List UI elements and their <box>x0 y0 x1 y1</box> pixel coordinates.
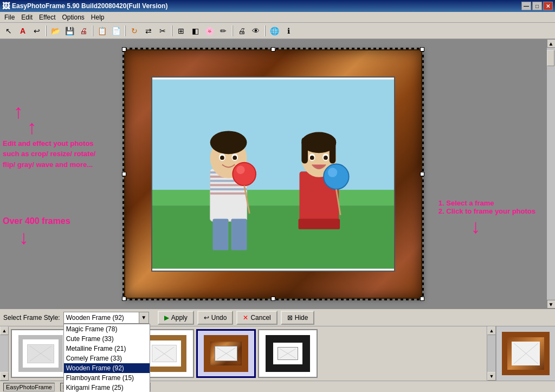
frame-style-input[interactable] <box>63 312 139 324</box>
tool-save[interactable]: 💾 <box>63 24 76 37</box>
thumb-scrollbar-h[interactable]: ▲ ▼ <box>487 326 495 381</box>
status-app-name: EasyPhotoFrame <box>3 383 55 391</box>
side-panel-thumb[interactable] <box>495 326 555 381</box>
thumb-scroll-down[interactable]: ▼ <box>0 372 9 381</box>
thumb-hscroll-track[interactable] <box>487 335 495 372</box>
thumb-hscroll-down[interactable]: ▼ <box>487 372 496 381</box>
tool-paste[interactable]: 📄 <box>109 24 122 37</box>
title-bar-controls: — □ ✕ <box>521 2 553 10</box>
thumb-svg-1 <box>30 346 51 361</box>
hide-label: Hide <box>295 314 308 322</box>
cancel-button[interactable]: ✕ Cancel <box>236 311 277 325</box>
tool-crop[interactable]: ✂ <box>156 24 169 37</box>
dropdown-item-cute[interactable]: Cute Frame (33) <box>64 334 150 344</box>
menu-help[interactable]: Help <box>88 12 108 22</box>
handle-bm[interactable] <box>271 297 275 301</box>
handle-mr[interactable] <box>420 172 424 176</box>
frame-style-combo: ▼ Magic Frame (78) Cute Frame (33) Metal… <box>63 312 149 324</box>
handle-tm[interactable] <box>271 47 275 52</box>
tool-undo[interactable]: ↩ <box>30 24 43 37</box>
scroll-up-button[interactable]: ▲ <box>547 39 556 48</box>
thumbnail-5[interactable] <box>258 329 318 378</box>
handle-bl[interactable] <box>122 297 126 301</box>
tool-text[interactable]: A <box>16 24 29 37</box>
action-buttons: ▶ Apply ↩ Undo ✕ Cancel ⊠ Hide <box>158 311 315 325</box>
canvas-area[interactable]: ↑ ↑ Edit and effect yout photos such as … <box>0 39 546 309</box>
thumb-scrollbar-v[interactable]: ▲ ▼ <box>0 326 9 381</box>
photo-svg <box>152 78 394 271</box>
tool-resize[interactable]: ⊞ <box>175 24 188 37</box>
tool-gray[interactable]: ◧ <box>189 24 202 37</box>
close-button[interactable]: ✕ <box>543 2 553 10</box>
thumb-img-4 <box>215 346 237 361</box>
tool-effect1[interactable]: 🌸 <box>203 24 216 37</box>
frames-annotation: Over 400 frames ↓ <box>3 216 70 249</box>
wooden-frame-outer <box>124 49 422 299</box>
svg-point-16 <box>220 156 224 160</box>
handle-br[interactable] <box>420 297 424 301</box>
menu-file[interactable]: File <box>1 12 18 22</box>
frame-selector-label: Select Frame Style: <box>3 314 60 322</box>
thumbnail-1[interactable] <box>11 329 70 378</box>
undo-icon: ↩ <box>204 314 209 322</box>
scroll-thumb[interactable] <box>547 50 554 66</box>
thumb-svg-5 <box>280 349 296 358</box>
apply-button[interactable]: ▶ Apply <box>158 311 194 325</box>
dropdown-item-wooden[interactable]: Wooden Frame (92) <box>64 363 150 373</box>
thumbnail-4[interactable] <box>196 329 256 378</box>
app-icon: 🖼 <box>2 2 10 10</box>
tool-print2[interactable]: 🖨 <box>235 24 248 37</box>
frame-style-dropdown-button[interactable]: ▼ <box>139 312 149 324</box>
tool-cursor[interactable]: ↖ <box>2 24 15 37</box>
svg-point-30 <box>324 156 328 160</box>
dropdown-item-flamboyant[interactable]: Flamboyant Frame (15) <box>64 373 150 383</box>
minimize-button[interactable]: — <box>521 2 531 10</box>
hide-icon: ⊠ <box>287 314 293 322</box>
scroll-down-button[interactable]: ▼ <box>547 300 556 309</box>
menu-bar: File Edit Effect Options Help <box>0 12 555 23</box>
thumb-frame-1 <box>18 335 63 372</box>
title-bar: 🖼 EasyPhotoFrame 5.90 Build20080420(Full… <box>0 0 555 12</box>
tool-open[interactable]: 📂 <box>49 24 62 37</box>
menu-edit[interactable]: Edit <box>18 12 36 22</box>
menu-options[interactable]: Options <box>59 12 88 22</box>
dropdown-item-magic[interactable]: Magic Frame (78) <box>64 324 150 334</box>
menu-effect[interactable]: Effect <box>36 12 59 22</box>
thumb-hscroll-up[interactable]: ▲ <box>487 326 496 335</box>
dropdown-item-comely[interactable]: Comely Frame (33) <box>64 354 150 363</box>
tool-print[interactable]: 🖨 <box>77 24 90 37</box>
toolbar-separator-5 <box>232 25 233 36</box>
dropdown-item-kirigami[interactable]: Kirigami Frame (25) <box>64 383 150 393</box>
thumb-scroll-up[interactable]: ▲ <box>0 326 9 335</box>
tool-web[interactable]: 🌐 <box>268 24 281 37</box>
maximize-button[interactable]: □ <box>532 2 542 10</box>
title-text: EasyPhotoFrame 5.90 Build20080420(Full V… <box>12 2 167 10</box>
svg-point-29 <box>310 156 314 160</box>
frame-style-dropdown[interactable]: Magic Frame (78) Cute Frame (33) Metalli… <box>63 324 150 393</box>
apply-label: Apply <box>171 314 188 322</box>
frame-selector-row: Select Frame Style: ▼ Magic Frame (78) C… <box>0 309 555 326</box>
handle-ml[interactable] <box>122 172 126 176</box>
handle-tr[interactable] <box>420 47 424 52</box>
toolbar: ↖ A ↩ 📂 💾 🖨 📋 📄 ↻ ⇄ ✂ ⊞ ◧ 🌸 ✏ 🖨 👁 🌐 ℹ <box>0 23 555 39</box>
apply-icon: ▶ <box>164 314 169 322</box>
side-thumb-svg <box>514 343 538 364</box>
tool-info[interactable]: ℹ <box>282 24 295 37</box>
thumb-img-5 <box>278 347 298 360</box>
canvas-content: ↑ ↑ Edit and effect yout photos such as … <box>0 39 546 309</box>
dropdown-item-metalline[interactable]: Metalline Frame (21) <box>64 344 150 354</box>
tool-flip[interactable]: ⇄ <box>142 24 155 37</box>
scroll-track[interactable] <box>547 48 555 300</box>
hide-button[interactable]: ⊠ Hide <box>281 311 315 325</box>
undo-button[interactable]: ↩ Undo <box>197 311 234 325</box>
tool-preview[interactable]: 👁 <box>249 24 262 37</box>
tool-rotate[interactable]: ↻ <box>128 24 141 37</box>
tool-pencil[interactable]: ✏ <box>217 24 230 37</box>
thumb-scroll-track[interactable] <box>0 335 8 372</box>
side-thumb-img <box>512 342 540 365</box>
vertical-scrollbar[interactable]: ▲ ▼ <box>546 39 555 309</box>
tool-copy[interactable]: 📋 <box>95 24 108 37</box>
handle-tl[interactable] <box>122 47 126 52</box>
cancel-label: Cancel <box>250 314 270 322</box>
svg-rect-8 <box>210 188 247 190</box>
